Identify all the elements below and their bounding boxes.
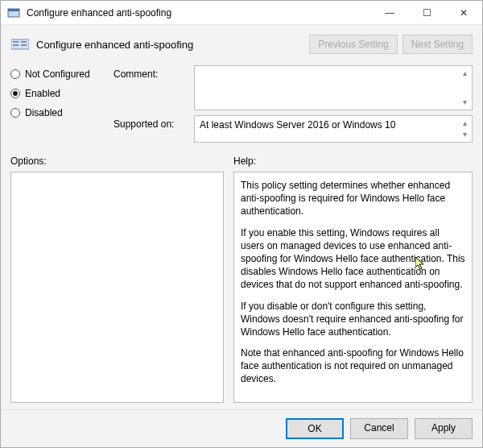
minimize-button[interactable]: — bbox=[371, 1, 408, 24]
svg-rect-6 bbox=[21, 44, 27, 46]
radio-icon bbox=[10, 89, 20, 98]
options-panel bbox=[10, 172, 224, 403]
ok-button[interactable]: OK bbox=[286, 418, 344, 439]
policy-icon bbox=[10, 37, 30, 52]
supported-value-box: At least Windows Server 2016 or Windows … bbox=[194, 115, 473, 143]
lower-panels: Options: Help: This policy setting deter… bbox=[10, 147, 473, 403]
next-setting-button: Next Setting bbox=[402, 35, 473, 54]
scroll-up-icon[interactable]: ▴ bbox=[459, 118, 470, 129]
close-button[interactable]: ✕ bbox=[445, 1, 482, 24]
help-column: Help: This policy setting determines whe… bbox=[233, 156, 473, 403]
maximize-icon: ☐ bbox=[423, 7, 431, 19]
footer: OK Cancel Apply bbox=[1, 409, 482, 447]
header-row: Configure enhanced anti-spoofing Previou… bbox=[10, 31, 473, 60]
radio-enabled[interactable]: Enabled bbox=[10, 88, 107, 99]
apply-button[interactable]: Apply bbox=[415, 418, 473, 439]
radio-label: Enabled bbox=[25, 88, 60, 99]
cancel-button[interactable]: Cancel bbox=[350, 418, 408, 439]
comment-input[interactable]: ▴ ▾ bbox=[194, 65, 473, 110]
radio-disabled[interactable]: Disabled bbox=[10, 107, 107, 118]
help-paragraph: If you enable this setting, Windows requ… bbox=[241, 226, 465, 292]
config-row: Not Configured Enabled Disabled Comment:… bbox=[10, 60, 473, 147]
scroll-up-icon[interactable]: ▴ bbox=[459, 68, 470, 79]
comment-label: Comment: bbox=[114, 65, 191, 80]
window-controls: — ☐ ✕ bbox=[371, 1, 482, 24]
app-icon bbox=[7, 6, 20, 19]
radio-group: Not Configured Enabled Disabled bbox=[10, 65, 107, 143]
radio-not-configured[interactable]: Not Configured bbox=[10, 68, 107, 80]
policy-editor-window: Configure enhanced anti-spoofing — ☐ ✕ C… bbox=[0, 0, 483, 448]
content-area: Configure enhanced anti-spoofing Previou… bbox=[1, 25, 482, 409]
radio-label: Disabled bbox=[25, 107, 63, 118]
svg-rect-5 bbox=[21, 41, 27, 43]
help-paragraph: Note that enhanced anti-spoofing for Win… bbox=[241, 346, 465, 386]
svg-rect-3 bbox=[13, 41, 19, 43]
fields-col: Comment: ▴ ▾ Supported on: At least Wind… bbox=[114, 65, 473, 143]
supported-label: Supported on: bbox=[114, 115, 191, 130]
svg-rect-4 bbox=[13, 44, 19, 46]
help-panel: This policy setting determines whether e… bbox=[233, 172, 473, 403]
help-paragraph: If you disable or don't configure this s… bbox=[241, 300, 465, 339]
titlebar: Configure enhanced anti-spoofing — ☐ ✕ bbox=[1, 1, 482, 25]
scroll-down-icon[interactable]: ▾ bbox=[459, 97, 470, 108]
supported-row: Supported on: At least Windows Server 20… bbox=[114, 115, 473, 143]
window-title: Configure enhanced anti-spoofing bbox=[27, 7, 371, 19]
supported-value: At least Windows Server 2016 or Windows … bbox=[200, 119, 395, 131]
policy-title: Configure enhanced anti-spoofing bbox=[36, 39, 303, 51]
help-label: Help: bbox=[233, 156, 473, 167]
options-column: Options: bbox=[10, 156, 224, 403]
nav-buttons: Previous Setting Next Setting bbox=[309, 35, 473, 54]
comment-row: Comment: ▴ ▾ bbox=[114, 65, 473, 110]
previous-setting-button: Previous Setting bbox=[309, 35, 397, 54]
help-paragraph: This policy setting determines whether e… bbox=[241, 179, 465, 218]
maximize-button[interactable]: ☐ bbox=[408, 1, 445, 24]
scroll-down-icon[interactable]: ▾ bbox=[459, 129, 470, 140]
radio-label: Not Configured bbox=[25, 68, 90, 80]
options-label: Options: bbox=[10, 156, 224, 167]
svg-rect-1 bbox=[8, 9, 19, 11]
close-icon: ✕ bbox=[460, 7, 468, 19]
radio-icon bbox=[10, 69, 20, 79]
minimize-icon: — bbox=[385, 7, 394, 19]
radio-icon bbox=[10, 108, 20, 118]
